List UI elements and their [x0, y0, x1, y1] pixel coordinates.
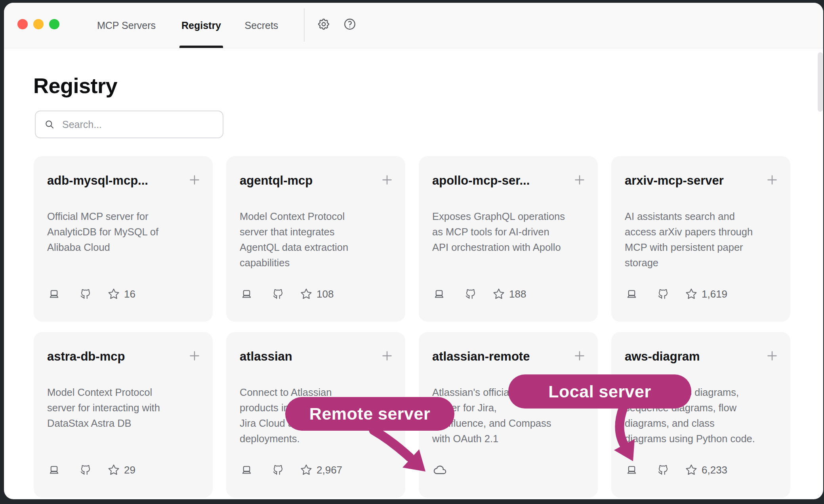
search-icon — [44, 119, 55, 130]
minimize-window-button[interactable] — [33, 19, 44, 29]
server-card-footer: 1,619 — [626, 287, 727, 301]
window-titlebar: MCP Servers Registry Secrets — [4, 3, 823, 48]
laptop-icon — [240, 288, 253, 300]
server-card-footer: 6,233 — [626, 463, 727, 477]
help-button[interactable] — [341, 15, 359, 33]
cloud-icon — [433, 463, 447, 477]
search-box — [35, 111, 223, 138]
remote-server-callout: Remote server — [285, 397, 454, 431]
laptop-icon — [240, 464, 253, 476]
server-card-footer: 188 — [433, 287, 526, 301]
gear-icon — [317, 17, 330, 31]
laptop-icon — [626, 288, 638, 300]
help-icon — [343, 17, 357, 31]
server-description: Official MCP server for AnalyticDB for M… — [47, 209, 202, 255]
server-name: adb-mysql-mcp... — [47, 174, 148, 188]
add-server-button[interactable] — [572, 172, 587, 188]
github-icon — [657, 288, 669, 300]
plus-icon — [187, 173, 202, 187]
github-icon — [272, 288, 284, 300]
registry-card-grid: adb-mysql-mcp... Official MCP server for… — [34, 156, 790, 498]
active-tab-indicator — [179, 46, 223, 48]
server-card-aws-diagram[interactable]: aws-diagram Generate AWS diagrams, seque… — [611, 332, 790, 498]
server-description: Model Context Protocol server that integ… — [240, 209, 394, 271]
close-window-button[interactable] — [17, 19, 28, 29]
star-icon — [685, 288, 697, 300]
settings-button[interactable] — [315, 15, 332, 33]
server-card-footer: 16 — [48, 287, 135, 301]
add-server-button[interactable] — [764, 172, 780, 188]
server-name: arxiv-mcp-server — [625, 174, 724, 188]
star-icon — [685, 464, 697, 476]
server-description: Model Context Protocol server for intera… — [47, 385, 202, 431]
github-icon — [80, 464, 92, 476]
laptop-icon — [433, 288, 445, 300]
star-count: 1,619 — [702, 288, 727, 300]
server-name: atlassian-remote — [432, 349, 530, 364]
zoom-window-button[interactable] — [49, 19, 59, 29]
server-card-adb-mysql-mcp[interactable]: adb-mysql-mcp... Official MCP server for… — [34, 156, 213, 322]
star-icon — [300, 464, 312, 476]
server-card-astra-db-mcp[interactable]: astra-db-mcp Model Context Protocol serv… — [34, 332, 213, 498]
star-count: 2,967 — [317, 464, 342, 476]
add-server-button[interactable] — [572, 348, 587, 364]
star-count: 6,233 — [702, 464, 727, 476]
server-name: aws-diagram — [625, 349, 700, 364]
add-server-button[interactable] — [379, 348, 395, 364]
laptop-icon — [48, 288, 60, 300]
toolbar-divider — [304, 8, 305, 42]
plus-icon — [380, 173, 394, 187]
github-icon — [80, 288, 92, 300]
star-icon — [493, 288, 505, 300]
server-card-footer: 29 — [48, 463, 135, 477]
local-server-callout: Local server — [508, 374, 691, 409]
search-input[interactable] — [61, 118, 218, 131]
add-server-button[interactable] — [187, 172, 202, 188]
server-card-footer: 108 — [240, 287, 334, 301]
laptop-icon — [626, 464, 638, 476]
plus-icon — [572, 173, 587, 187]
server-card-arxiv-mcp-server[interactable]: arxiv-mcp-server AI assistants search an… — [611, 156, 790, 322]
add-server-button[interactable] — [764, 348, 780, 364]
tab-registry[interactable]: Registry — [181, 3, 221, 48]
github-icon — [465, 288, 477, 300]
plus-icon — [765, 173, 779, 187]
server-description: AI assistants search and access arXiv pa… — [625, 209, 779, 271]
server-name: apollo-mcp-ser... — [432, 174, 530, 188]
star-count: 16 — [124, 288, 135, 300]
plus-icon — [765, 349, 779, 363]
star-icon — [108, 464, 120, 476]
server-card-footer: 2,967 — [240, 463, 342, 477]
star-count: 108 — [317, 288, 334, 300]
add-server-button[interactable] — [379, 172, 395, 188]
star-icon — [108, 288, 120, 300]
server-name: astra-db-mcp — [47, 349, 125, 364]
plus-icon — [380, 349, 394, 363]
server-card-apollo-mcp-ser[interactable]: apollo-mcp-ser... Exposes GraphQL operat… — [419, 156, 598, 322]
plus-icon — [572, 349, 587, 363]
github-icon — [657, 464, 669, 476]
github-icon — [272, 464, 284, 476]
add-server-button[interactable] — [187, 348, 202, 364]
plus-icon — [187, 349, 202, 363]
page-title: Registry — [33, 73, 117, 98]
server-name: atlassian — [240, 349, 292, 364]
star-icon — [300, 288, 312, 300]
server-description: Exposes GraphQL operations as MCP tools … — [432, 209, 587, 255]
star-count: 188 — [509, 288, 526, 300]
tab-mcp-servers[interactable]: MCP Servers — [97, 3, 156, 48]
server-card-agentql-mcp[interactable]: agentql-mcp Model Context Protocol serve… — [226, 156, 405, 322]
laptop-icon — [48, 464, 60, 476]
vertical-scrollbar-thumb[interactable] — [818, 52, 823, 112]
server-name: agentql-mcp — [240, 174, 313, 188]
tab-secrets[interactable]: Secrets — [245, 3, 278, 48]
star-count: 29 — [124, 464, 135, 476]
server-card-footer — [433, 463, 447, 477]
